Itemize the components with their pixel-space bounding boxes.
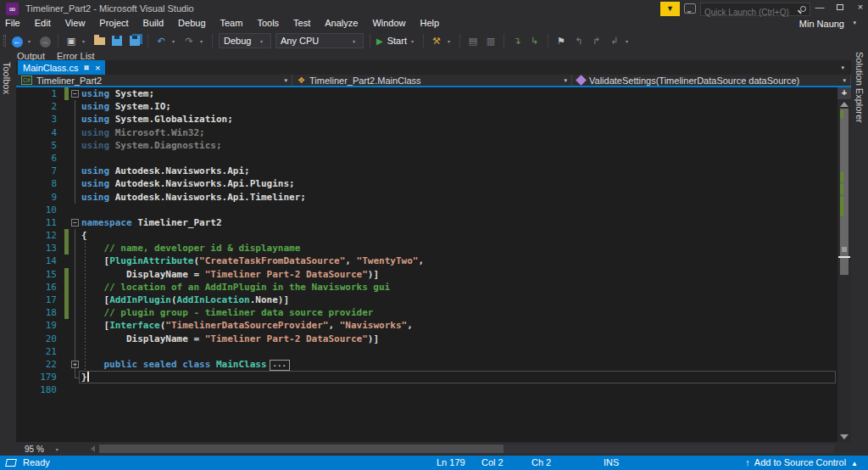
collapse-region-icon[interactable]: −: [71, 90, 79, 98]
undo-dropdown-icon[interactable]: ▾: [172, 38, 178, 44]
code-line-18[interactable]: 18 // plugin group - timeliner data sour…: [16, 306, 837, 319]
step-backward-icon[interactable]: ▤: [466, 34, 480, 48]
code-line-10[interactable]: 10: [16, 204, 837, 216]
code-text: DisplayName = "Timeliner Part-2 DataSour…: [81, 333, 379, 345]
code-line-5[interactable]: 5using System.Diagnostics;: [16, 139, 837, 152]
pin-icon[interactable]: ✥: [81, 62, 92, 72]
menu-item-file[interactable]: File: [5, 18, 20, 28]
quick-launch-input[interactable]: [701, 7, 794, 19]
code-line-14[interactable]: 14 [PluginAttribute("CreateTaskFromDataS…: [16, 255, 837, 267]
restore-button[interactable]: [831, 0, 849, 15]
menu-item-team[interactable]: Team: [220, 18, 243, 28]
collapsed-code-box[interactable]: ...: [270, 360, 290, 371]
code-line-19[interactable]: 19 [Interface("TimelinerDataSourceProvid…: [16, 319, 837, 332]
document-tab-mainclass[interactable]: MainClass.cs ✥ ×: [18, 60, 105, 75]
code-line-12[interactable]: 12{: [16, 229, 837, 242]
attach-to-process-icon[interactable]: ⚒: [430, 34, 443, 48]
vertical-scrollbar[interactable]: +: [837, 87, 851, 442]
menu-item-analyze[interactable]: Analyze: [325, 18, 358, 28]
scroll-down-icon[interactable]: [840, 434, 849, 439]
step-over-icon[interactable]: ↳: [528, 34, 542, 48]
bookmark-dropdown-icon[interactable]: ▾: [626, 38, 632, 44]
code-line-2[interactable]: 2using System.IO;: [16, 100, 837, 113]
menu-item-debug[interactable]: Debug: [178, 18, 205, 28]
minimize-button[interactable]: —: [810, 0, 829, 15]
filter-icon[interactable]: ▼: [660, 2, 680, 16]
add-to-source-control-button[interactable]: ↑Add to Source Control▲: [745, 457, 858, 467]
background-tasks-icon[interactable]: [5, 459, 17, 467]
new-project-dropdown-icon[interactable]: ▾: [82, 38, 88, 44]
redo-dropdown-icon[interactable]: ▾: [200, 38, 206, 44]
next-bookmark-icon[interactable]: ↱: [590, 34, 604, 48]
clear-bookmarks-icon[interactable]: ↲: [608, 34, 621, 48]
solution-configuration-select[interactable]: Debug▾: [219, 33, 271, 48]
user-name[interactable]: Min Naung: [799, 19, 844, 29]
start-dropdown-icon[interactable]: ▾: [411, 38, 417, 44]
previous-bookmark-icon[interactable]: ↰: [572, 34, 586, 48]
menu-item-view[interactable]: View: [65, 18, 86, 28]
navigate-back-dropdown-icon[interactable]: ▾: [28, 38, 34, 44]
horizontal-scrollbar-thumb[interactable]: [99, 445, 504, 453]
quick-launch-box[interactable]: [700, 3, 810, 16]
toolbox-tab[interactable]: Toolbox: [2, 62, 12, 94]
code-line-16[interactable]: 16 // location of an AddInPlugin in the …: [16, 281, 837, 294]
step-into-icon[interactable]: ↴: [510, 34, 524, 48]
member-dropdown[interactable]: ValidateSettings(TimelinerDataSource dat…: [572, 75, 851, 86]
menu-item-test[interactable]: Test: [293, 18, 310, 28]
solution-platform-select[interactable]: Any CPU▾: [275, 33, 364, 48]
code-line-7[interactable]: 7using Autodesk.Navisworks.Api;: [16, 165, 837, 177]
undo-icon[interactable]: ↶: [154, 34, 168, 48]
expand-region-icon[interactable]: +: [71, 361, 79, 368]
close-button[interactable]: ×: [851, 0, 868, 15]
navigate-back-icon[interactable]: ←: [10, 34, 24, 48]
start-debug-label[interactable]: Start: [387, 36, 407, 46]
code-line-1[interactable]: 1−using System;: [16, 87, 837, 100]
redo-icon[interactable]: ↷: [182, 34, 196, 48]
tab-close-icon[interactable]: ×: [95, 63, 100, 73]
save-icon[interactable]: [110, 34, 124, 48]
code-line-22[interactable]: 22+ public sealed class MainClass...: [16, 358, 837, 371]
code-line-11[interactable]: 11−namespace Timeliner_Part2: [16, 216, 837, 229]
code-line-21[interactable]: 21: [16, 345, 837, 358]
scroll-up-icon[interactable]: [840, 102, 849, 107]
code-line-17[interactable]: 17 [AddInPlugin(AddInLocation.None)]: [16, 294, 837, 306]
tab-list-dropdown-icon[interactable]: ▾: [841, 64, 844, 71]
open-file-icon[interactable]: [92, 34, 106, 48]
menu-item-window[interactable]: Window: [372, 18, 405, 28]
code-editor[interactable]: 1−using System;2using System.IO;3using S…: [16, 87, 851, 442]
bookmark-icon[interactable]: ⚑: [554, 34, 568, 48]
code-line-4[interactable]: 4using Microsoft.Win32;: [16, 126, 837, 139]
project-dropdown[interactable]: C# Timeliner_Part2 ▾: [16, 75, 292, 86]
preview-changes-icon[interactable]: ▥: [484, 34, 498, 48]
start-debug-icon[interactable]: ▶: [376, 36, 383, 46]
collapse-region-icon[interactable]: −: [71, 219, 79, 227]
scrollbar-change-mark: [840, 110, 843, 118]
code-line-8[interactable]: 8using Autodesk.Navisworks.Api.Plugins;: [16, 177, 837, 190]
toolbar-grip[interactable]: [3, 35, 6, 47]
code-line-3[interactable]: 3using System.Globalization;: [16, 113, 837, 126]
code-line-179[interactable]: 179}: [16, 371, 837, 383]
menu-item-help[interactable]: Help: [420, 18, 440, 28]
horizontal-scrollbar[interactable]: [99, 445, 834, 453]
editor-split-handle[interactable]: +: [837, 87, 851, 99]
code-line-20[interactable]: 20 DisplayName = "Timeliner Part-2 DataS…: [16, 333, 837, 345]
attach-dropdown-icon[interactable]: ▾: [448, 38, 453, 44]
zoom-level-select[interactable]: 95 % ▾: [18, 443, 79, 455]
code-line-9[interactable]: 9using Autodesk.Navisworks.Api.Timeliner…: [16, 191, 837, 204]
code-line-6[interactable]: 6: [16, 152, 837, 165]
new-project-icon[interactable]: ▣: [64, 34, 78, 48]
menu-item-edit[interactable]: Edit: [35, 18, 51, 28]
code-line-180[interactable]: 180: [16, 383, 837, 396]
menu-item-build[interactable]: Build: [143, 18, 164, 28]
scroll-left-icon[interactable]: [91, 445, 95, 452]
solution-explorer-tab[interactable]: Solution Explorer: [854, 52, 865, 123]
navigate-forward-icon[interactable]: →: [38, 34, 52, 48]
save-all-icon[interactable]: [128, 34, 142, 48]
avatar[interactable]: MN: [849, 16, 868, 31]
code-line-13[interactable]: 13 // name, developer id & displayname: [16, 242, 837, 255]
code-line-15[interactable]: 15 DisplayName = "Timeliner Part-2 DataS…: [16, 268, 837, 281]
menu-item-project[interactable]: Project: [99, 18, 128, 28]
menu-item-tools[interactable]: Tools: [257, 18, 279, 28]
feedback-icon[interactable]: [684, 3, 696, 14]
type-dropdown[interactable]: ❖ Timeliner_Part2.MainClass ▾: [292, 75, 572, 86]
